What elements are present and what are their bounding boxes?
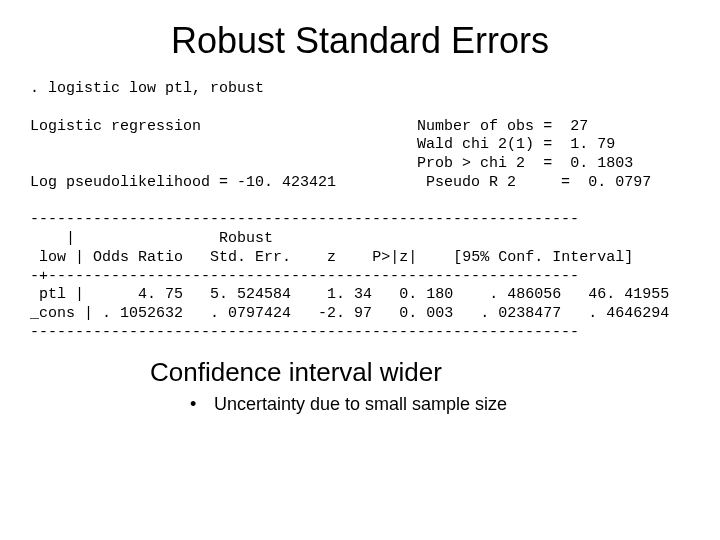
table-hline: ----------------------------------------…	[30, 211, 579, 228]
stata-output: . logistic low ptl, robust Logistic regr…	[30, 80, 690, 343]
wald-label: Wald chi 2(1)	[417, 136, 534, 153]
bullet-icon: •	[190, 394, 214, 415]
conclusion-block: Confidence interval wider •Uncertainty d…	[30, 357, 690, 415]
slide-title: Robust Standard Errors	[30, 20, 690, 62]
slide: Robust Standard Errors . logistic low pt…	[0, 0, 720, 540]
table-hline-bottom: ----------------------------------------…	[30, 324, 579, 341]
wald-value: 1. 79	[570, 136, 615, 153]
command-line: . logistic low ptl, robust	[30, 80, 264, 97]
nobs-value: 27	[570, 118, 588, 135]
r2-value: 0. 0797	[588, 174, 651, 191]
conclusion-bullet: •Uncertainty due to small sample size	[150, 394, 690, 415]
nobs-label: Number of obs	[417, 118, 534, 135]
r2-label: Pseudo R 2	[426, 174, 516, 191]
prob-value: 0. 1803	[570, 155, 633, 172]
regression-header: Logistic regression	[30, 118, 201, 135]
prob-label: Prob > chi 2	[417, 155, 525, 172]
bullet-text: Uncertainty due to small sample size	[214, 394, 507, 414]
table-sep: -+--------------------------------------…	[30, 268, 579, 285]
loglik-line: Log pseudolikelihood = -10. 423421	[30, 174, 336, 191]
conclusion-heading: Confidence interval wider	[150, 357, 690, 388]
